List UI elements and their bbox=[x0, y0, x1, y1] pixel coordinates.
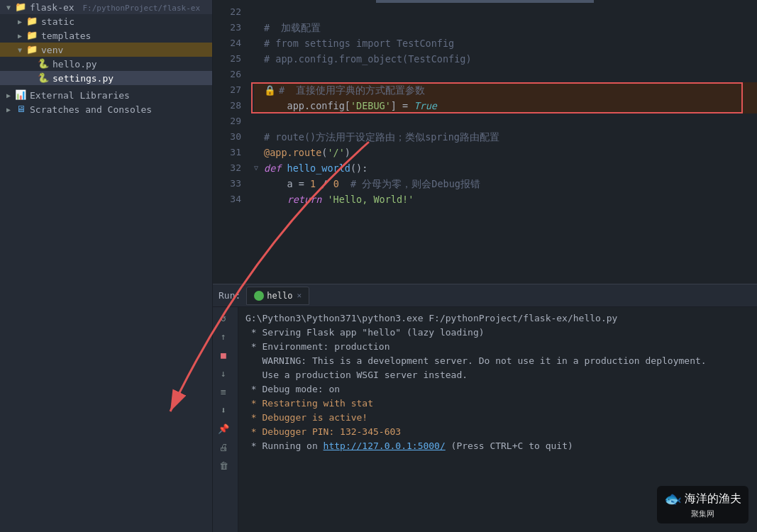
line-num-22: 22 bbox=[213, 4, 241, 20]
sidebar-item-label: flask-ex F:/pythonProject/flask-ex bbox=[30, 2, 200, 13]
trash-button[interactable]: 🗑 bbox=[216, 458, 231, 473]
tree-arrow: ▼ bbox=[14, 46, 26, 54]
run-tab-icon bbox=[254, 291, 264, 301]
highlight-box-wrapper: 🔒 # 直接使用字典的方式配置参数 app.config['DEBUG'] = … bbox=[254, 82, 757, 113]
code-line-27: 🔒 # 直接使用字典的方式配置参数 bbox=[254, 82, 757, 98]
line-num-26: 26 bbox=[213, 67, 241, 82]
console-line-1: G:\Python3\Python371\python3.exe F:/pyth… bbox=[245, 311, 750, 326]
code-content[interactable]: # 加载配置 # from settings import TestConfig… bbox=[248, 3, 757, 284]
tree-arrow: ▶ bbox=[14, 32, 26, 40]
align-button[interactable]: ≡ bbox=[216, 384, 231, 399]
watermark-top: 🐟 海洋的渔夫 bbox=[664, 490, 741, 507]
line-numbers: 22 23 24 25 26 27 28 29 30 31 32 33 34 bbox=[213, 3, 248, 284]
console-line-5: Use a production WSGI server instead. bbox=[245, 368, 750, 382]
code-line-24: # from settings import TestConfig bbox=[254, 35, 757, 51]
main-area: 22 23 24 25 26 27 28 29 30 31 32 33 34 bbox=[213, 0, 757, 532]
print-button[interactable]: 🖨 bbox=[216, 439, 231, 455]
sidebar-item-label: templates bbox=[41, 31, 91, 41]
line-num-33: 33 bbox=[213, 176, 241, 192]
line-num-29: 29 bbox=[213, 113, 241, 129]
sidebar-item-label: Scratches and Consoles bbox=[30, 104, 152, 115]
code-line-31: @app.route('/') bbox=[254, 145, 757, 160]
console-line-7: * Restarting with stat bbox=[245, 397, 750, 411]
console-line-2: * Serving Flask app "hello" (lazy loadin… bbox=[245, 326, 750, 340]
sidebar: ▼ 📁 flask-ex F:/pythonProject/flask-ex ▶… bbox=[0, 0, 213, 532]
sidebar-item-settings-py[interactable]: 🐍 settings.py bbox=[0, 71, 212, 85]
down-button[interactable]: ↓ bbox=[216, 365, 231, 381]
watermark-text1: 海洋的渔夫 bbox=[685, 492, 741, 506]
console-line-4: WARNING: This is a development server. D… bbox=[245, 354, 750, 368]
code-line-23: # 加载配置 bbox=[254, 20, 757, 35]
code-line-22 bbox=[254, 4, 757, 20]
line-num-32: 32 bbox=[213, 160, 241, 176]
sidebar-item-venv[interactable]: ▼ 📁 venv bbox=[0, 43, 212, 57]
folder-icon: 📁 bbox=[14, 1, 27, 13]
line-num-28: 28 bbox=[213, 98, 241, 113]
up-button[interactable]: ↑ bbox=[216, 328, 231, 344]
code-area: 22 23 24 25 26 27 28 29 30 31 32 33 34 bbox=[213, 3, 757, 284]
code-line-29 bbox=[254, 113, 757, 129]
console-line-8: * Debugger is active! bbox=[245, 411, 750, 425]
code-line-28: app.config['DEBUG'] = True bbox=[254, 98, 757, 113]
stop-button[interactable]: ■ bbox=[216, 347, 231, 362]
sidebar-item-static[interactable]: ▶ 📁 static bbox=[0, 14, 212, 28]
sidebar-item-label: settings.py bbox=[53, 73, 114, 84]
code-line-33: a = 1 / 0 # 分母为零，则会Debug报错 bbox=[254, 176, 757, 192]
run-tab-hello[interactable]: hello ✕ bbox=[246, 287, 309, 305]
run-tabs-bar: Run: hello ✕ bbox=[213, 284, 757, 307]
sidebar-item-label: hello.py bbox=[53, 59, 97, 70]
py-icon: 🐍 bbox=[37, 72, 50, 84]
watermark: 🐟 海洋的渔夫 聚集网 bbox=[657, 486, 748, 523]
code-editor: 22 23 24 25 26 27 28 29 30 31 32 33 34 bbox=[213, 0, 757, 284]
console-line-10: * Running on http://127.0.0.1:5000/ (Pre… bbox=[245, 439, 750, 453]
sidebar-item-label: External Libraries bbox=[30, 90, 130, 101]
line-num-30: 30 bbox=[213, 129, 241, 145]
sidebar-item-label: venv bbox=[41, 45, 63, 55]
line-num-31: 31 bbox=[213, 145, 241, 160]
folder-icon: 📁 bbox=[26, 16, 38, 27]
tree-arrow: ▶ bbox=[3, 106, 14, 113]
code-line-25: # app.config.from_object(TestConfig) bbox=[254, 51, 757, 67]
fish-icon: 🐟 bbox=[664, 490, 682, 507]
sidebar-item-flask-ex[interactable]: ▼ 📁 flask-ex F:/pythonProject/flask-ex bbox=[0, 0, 212, 14]
download-button[interactable]: ⬇ bbox=[216, 402, 231, 418]
py-icon: 🐍 bbox=[37, 58, 50, 70]
line-num-25: 25 bbox=[213, 51, 241, 67]
tree-arrow: ▶ bbox=[3, 92, 14, 99]
run-label: Run: bbox=[219, 290, 241, 301]
sidebar-item-external-libraries[interactable]: ▶ 📊 External Libraries bbox=[0, 88, 212, 102]
localhost-link[interactable]: http://127.0.0.1:5000/ bbox=[324, 440, 446, 451]
line-num-34: 34 bbox=[213, 192, 241, 207]
scratches-icon: 🖥 bbox=[14, 104, 27, 115]
run-tab-close[interactable]: ✕ bbox=[297, 291, 302, 300]
folder-icon: 📁 bbox=[26, 44, 38, 55]
line-num-23: 23 bbox=[213, 20, 241, 35]
line-num-27: 27 bbox=[213, 82, 241, 98]
line-num-24: 24 bbox=[213, 35, 241, 51]
run-tab-label: hello bbox=[267, 291, 292, 301]
tree-arrow: ▼ bbox=[3, 4, 14, 11]
sidebar-item-label: static bbox=[41, 16, 74, 27]
console-line-9: * Debugger PIN: 132-345-603 bbox=[245, 425, 750, 439]
folder-icon: 📁 bbox=[26, 30, 38, 41]
code-line-34: return 'Hello, World!' bbox=[254, 192, 757, 207]
code-line-30: # route()方法用于设定路由；类似spring路由配置 bbox=[254, 129, 757, 145]
library-icon: 📊 bbox=[14, 89, 27, 101]
console-controls: ↺ ↑ ■ ↓ ≡ ⬇ 📌 🖨 🗑 bbox=[213, 307, 238, 532]
sidebar-item-scratches[interactable]: ▶ 🖥 Scratches and Consoles bbox=[0, 102, 212, 116]
console-line-3: * Environment: production bbox=[245, 340, 750, 354]
code-line-26 bbox=[254, 67, 757, 82]
sidebar-item-hello-py[interactable]: 🐍 hello.py bbox=[0, 57, 212, 71]
code-line-32: ▽ def hello_world(): bbox=[254, 160, 757, 176]
watermark-text2: 聚集网 bbox=[691, 509, 714, 519]
sidebar-item-templates[interactable]: ▶ 📁 templates bbox=[0, 28, 212, 43]
tree-arrow: ▶ bbox=[14, 18, 26, 26]
pin-button[interactable]: 📌 bbox=[216, 421, 231, 436]
console-line-6: * Debug mode: on bbox=[245, 382, 750, 397]
rerun-button[interactable]: ↺ bbox=[216, 310, 231, 326]
